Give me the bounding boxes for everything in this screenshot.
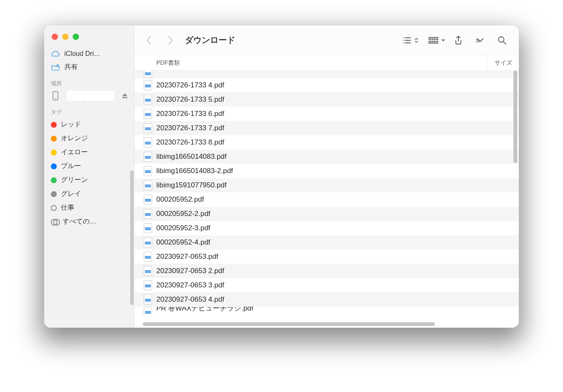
file-name: 000205952-2.pdf: [156, 210, 210, 218]
sidebar-tag-item[interactable]: レッド: [44, 118, 134, 132]
column-headers: PDF書類 サイズ: [134, 55, 519, 71]
svg-rect-11: [432, 37, 434, 39]
file-row[interactable]: [134, 71, 519, 78]
overflow-button[interactable]: »: [471, 32, 489, 49]
pdf-file-icon: [144, 80, 152, 90]
file-list: 20230726-1733 4.pdf20230726-1733 5.pdf20…: [134, 71, 519, 328]
tag-color-dot: [51, 191, 57, 197]
svg-text:»: »: [476, 37, 480, 44]
file-row[interactable]: 20230726-1733 6.pdf: [134, 107, 519, 121]
pdf-file-icon: [144, 252, 152, 262]
sidebar-item-label: すべての…: [63, 217, 96, 226]
file-row[interactable]: libimg1591077950.pdf: [134, 178, 519, 192]
file-row[interactable]: 20230726-1733 5.pdf: [134, 92, 519, 107]
minimize-window-button[interactable]: [62, 34, 68, 40]
file-name: 20230726-1733 6.pdf: [156, 110, 224, 118]
tag-color-dot: [51, 122, 57, 128]
sidebar-tag-item[interactable]: グレイ: [44, 187, 134, 201]
file-row[interactable]: 20230927-0653 3.pdf: [134, 278, 519, 292]
group-by-button[interactable]: [428, 36, 446, 45]
file-row[interactable]: libimg1665014083-2.pdf: [134, 164, 519, 178]
sidebar-item-label: イエロー: [61, 148, 88, 157]
all-tags-icon: [51, 219, 58, 225]
tag-color-dot: [51, 136, 57, 142]
file-name: libimg1591077950.pdf: [156, 181, 226, 189]
chevron-down-icon: [441, 36, 446, 45]
iphone-icon: [51, 91, 60, 100]
sidebar: iCloud Dri… 共有 場所 ➤ タグ レッドオレンジイエローブルーグリー…: [44, 25, 134, 328]
sidebar-item-label: グリーン: [61, 176, 88, 184]
file-row[interactable]: 20230726-1733 4.pdf: [134, 78, 519, 92]
file-row[interactable]: 000205952-4.pdf: [134, 235, 519, 250]
file-name: 20230726-1733 5.pdf: [156, 95, 224, 104]
sidebar-item-label: レッド: [61, 120, 81, 129]
sidebar-tag-work[interactable]: 仕事: [44, 201, 134, 215]
file-row[interactable]: 20230927-0653 2.pdf: [134, 264, 519, 278]
share-button[interactable]: [449, 32, 468, 49]
tag-color-dot: [51, 163, 57, 169]
search-button[interactable]: [493, 32, 511, 49]
sidebar-tag-item[interactable]: オレンジ: [44, 132, 134, 145]
file-row[interactable]: PR 巻WAXデビューチラシ.pdf: [134, 307, 519, 315]
file-name: libimg1665014083.pdf: [156, 153, 226, 161]
file-row[interactable]: 000205952.pdf: [134, 192, 519, 207]
sidebar-item-icloud-drive[interactable]: iCloud Dri…: [44, 47, 134, 60]
svg-line-18: [503, 42, 506, 44]
file-row[interactable]: 20230927-0653 4.pdf: [134, 292, 519, 307]
close-window-button[interactable]: [52, 34, 58, 40]
file-name: PR 巻WAXデビューチラシ.pdf: [156, 307, 253, 313]
column-header-name[interactable]: PDF書類: [134, 59, 487, 67]
sidebar-section-locations: 場所: [44, 74, 134, 89]
svg-point-2: [55, 98, 56, 99]
svg-point-0: [57, 64, 58, 66]
svg-rect-10: [429, 37, 431, 39]
file-name: 000205952-4.pdf: [156, 238, 210, 247]
file-name: 20230927-0653 3.pdf: [156, 281, 224, 289]
back-button[interactable]: [139, 32, 158, 49]
finder-window: iCloud Dri… 共有 場所 ➤ タグ レッドオレンジイエローブルーグリー…: [44, 25, 519, 328]
window-title: ダウンロード: [185, 34, 235, 46]
file-name: 20230726-1733 7.pdf: [156, 124, 224, 132]
sidebar-item-shared[interactable]: 共有: [44, 60, 134, 74]
sidebar-tag-item[interactable]: ブルー: [44, 159, 134, 173]
forward-button[interactable]: [161, 32, 180, 49]
device-name-blank: [67, 91, 115, 101]
zoom-window-button[interactable]: [73, 34, 79, 40]
cloud-icon: [51, 50, 60, 57]
file-row[interactable]: 000205952-2.pdf: [134, 207, 519, 221]
view-mode-button[interactable]: [402, 36, 419, 45]
horizontal-scrollbar[interactable]: [143, 322, 435, 326]
tag-color-dot: [51, 177, 57, 183]
file-name: 20230927-0653 4.pdf: [156, 295, 224, 304]
sidebar-item-label: ブルー: [61, 162, 81, 171]
file-name: 20230927-0653 2.pdf: [156, 267, 224, 275]
sidebar-tag-all[interactable]: すべての…: [44, 215, 134, 229]
tag-outline-icon: [51, 205, 57, 211]
eject-icon[interactable]: [121, 92, 128, 99]
pdf-file-icon: [144, 71, 152, 78]
pdf-file-icon: [144, 280, 152, 290]
file-row[interactable]: 20230927-0653.pdf: [134, 250, 519, 264]
sidebar-scrollbar[interactable]: [130, 171, 134, 305]
sidebar-tag-item[interactable]: イエロー: [44, 145, 134, 159]
file-row[interactable]: 20230726-1733 8.pdf: [134, 135, 519, 150]
file-row[interactable]: 20230726-1733 7.pdf: [134, 121, 519, 135]
main-pane: ダウンロード » PDF書類 サイズ 2023: [134, 25, 519, 328]
column-header-size[interactable]: サイズ: [487, 55, 519, 70]
vertical-scrollbar[interactable]: [513, 71, 517, 163]
pdf-file-icon: [144, 195, 152, 205]
file-row[interactable]: 000205952-3.pdf: [134, 221, 519, 235]
pdf-file-icon: [144, 166, 152, 176]
file-name: 20230726-1733 4.pdf: [156, 81, 224, 89]
sidebar-tag-item[interactable]: グリーン: [44, 173, 134, 187]
sidebar-item-label: 仕事: [61, 203, 74, 212]
pdf-file-icon: [144, 123, 152, 133]
pdf-file-icon: [144, 209, 152, 219]
file-row[interactable]: libimg1665014083.pdf: [134, 150, 519, 164]
sidebar-item-device[interactable]: ➤: [44, 89, 134, 103]
file-name: 000205952-3.pdf: [156, 224, 210, 232]
pdf-file-icon: [144, 307, 152, 315]
pdf-file-icon: [144, 180, 152, 190]
pdf-file-icon: [144, 223, 152, 233]
svg-rect-12: [436, 37, 438, 39]
